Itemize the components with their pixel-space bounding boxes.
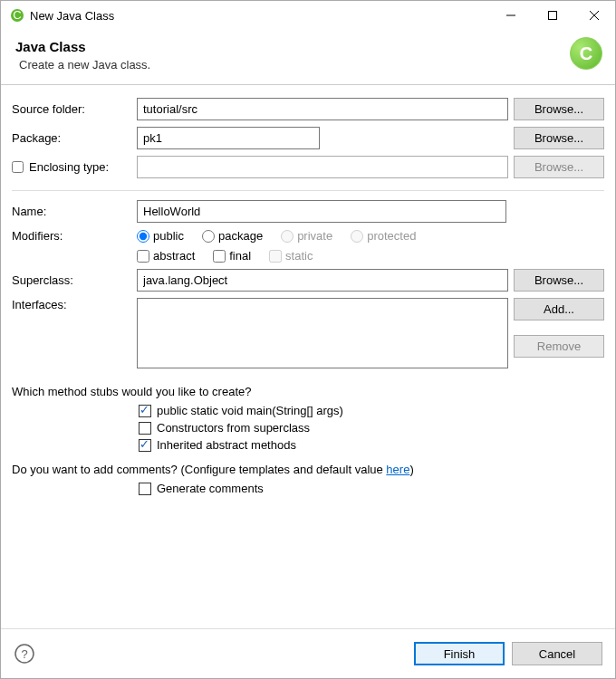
modifier-final-checkbox[interactable] — [213, 250, 226, 263]
package-label: Package: — [12, 131, 131, 145]
source-folder-browse-button[interactable]: Browse... — [514, 98, 604, 120]
finish-button[interactable]: Finish — [414, 642, 505, 665]
stub-constructors-checkbox[interactable] — [139, 422, 151, 435]
svg-text:C: C — [13, 8, 21, 22]
package-input[interactable] — [137, 127, 320, 149]
package-browse-button[interactable]: Browse... — [514, 127, 604, 149]
modifier-private-radio — [281, 230, 294, 243]
access-modifier-group: public package private protected — [137, 229, 416, 243]
comments-question: Do you want to add comments? (Configure … — [12, 463, 604, 476]
modifiers-label: Modifiers: — [12, 229, 131, 243]
app-icon: C — [10, 8, 24, 23]
svg-rect-3 — [549, 12, 557, 20]
page-subtitle: Create a new Java class. — [19, 58, 601, 72]
section-divider — [12, 190, 604, 191]
enclosing-type-label: Enclosing type: — [29, 160, 109, 174]
modifier-package-radio[interactable] — [202, 230, 215, 243]
modifier-abstract-checkbox[interactable] — [137, 250, 149, 263]
enclosing-type-input — [137, 156, 508, 178]
window-title: New Java Class — [30, 9, 490, 23]
interfaces-add-button[interactable]: Add... — [514, 298, 604, 320]
maximize-button[interactable] — [532, 1, 573, 30]
stubs-question: Which method stubs would you like to cre… — [12, 385, 604, 398]
stub-main-checkbox[interactable] — [139, 405, 151, 417]
cancel-button[interactable]: Cancel — [512, 642, 602, 665]
configure-templates-link[interactable]: here — [386, 463, 409, 476]
modifier-public-radio[interactable] — [137, 230, 149, 243]
generate-comments-checkbox[interactable] — [139, 483, 151, 495]
interfaces-label: Interfaces: — [12, 298, 131, 311]
svg-text:?: ? — [21, 647, 27, 661]
enclosing-type-browse-button: Browse... — [514, 156, 604, 178]
modifier-static-checkbox — [269, 250, 282, 263]
minimize-button[interactable] — [490, 1, 532, 30]
other-modifier-group: abstract final static — [137, 249, 313, 263]
stub-inherited-label: Inherited abstract methods — [157, 438, 296, 452]
source-folder-label: Source folder: — [12, 102, 131, 116]
generate-comments-label: Generate comments — [157, 482, 264, 495]
stub-main-label: public static void main(String[] args) — [157, 404, 343, 417]
stub-inherited-checkbox[interactable] — [139, 439, 151, 452]
name-input[interactable] — [137, 200, 506, 223]
form-area: Source folder: Browse... Package: Browse… — [1, 85, 615, 628]
interfaces-remove-button: Remove — [514, 335, 604, 358]
enclosing-type-checkbox[interactable] — [12, 161, 24, 173]
class-badge-icon: C — [570, 37, 602, 70]
title-bar: C New Java Class — [1, 1, 615, 30]
dialog-footer: ? Finish Cancel — [1, 628, 615, 678]
close-button[interactable] — [573, 1, 615, 30]
superclass-input[interactable] — [137, 269, 508, 292]
name-label: Name: — [12, 205, 131, 218]
superclass-label: Superclass: — [12, 273, 131, 287]
superclass-browse-button[interactable]: Browse... — [514, 269, 604, 292]
modifier-protected-radio — [351, 230, 363, 243]
interfaces-list[interactable] — [137, 298, 508, 368]
stub-constructors-label: Constructors from superclass — [157, 421, 310, 435]
dialog-header: Java Class Create a new Java class. C — [1, 30, 615, 84]
source-folder-input[interactable] — [137, 98, 508, 120]
page-title: Java Class — [15, 39, 601, 54]
help-icon[interactable]: ? — [14, 643, 35, 665]
